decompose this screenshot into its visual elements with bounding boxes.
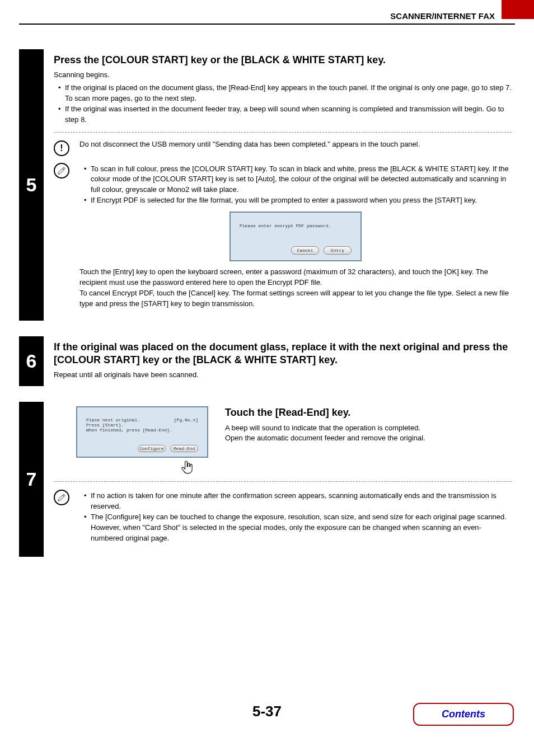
section-header: SCANNER/INTERNET FAX: [390, 11, 495, 21]
step-title: Press the [COLOUR START] key or the [BLA…: [54, 54, 512, 67]
step-bullets: If the original is placed on the documen…: [58, 83, 512, 125]
pencil-icon: [54, 490, 69, 505]
step-number: 7: [19, 402, 44, 557]
accent-bar: [502, 0, 534, 19]
step-5: 5 Press the [COLOUR START] key or the [B…: [19, 49, 515, 321]
step-number: 6: [19, 336, 44, 387]
panel-line: Press [Start].: [86, 422, 198, 428]
panel-line: When finished, press [Read-End].: [86, 428, 198, 433]
step-7: 7 Place next original. [Pg.No.x] Press […: [19, 402, 515, 557]
note-bullets: If no action is taken for one minute aft…: [84, 491, 512, 543]
caution-icon: !: [54, 140, 69, 156]
note-bullet: The [Configure] key can be touched to ch…: [84, 512, 512, 544]
note-bullet: To scan in full colour, press the [COLOU…: [84, 164, 512, 196]
note-bullet: If Encrypt PDF is selected for the file …: [84, 195, 512, 206]
step-bullet: If the original is placed on the documen…: [58, 83, 512, 104]
step-6: 6 If the original was placed on the docu…: [19, 336, 515, 387]
panel-page-indicator: [Pg.No.x]: [174, 417, 198, 422]
note-row: To scan in full colour, press the [COLOU…: [54, 162, 512, 309]
panel-message: Please enter encrypt PDF password.: [240, 223, 352, 229]
cancel-button[interactable]: Cancel: [291, 246, 319, 255]
step-bullet: If the original was inserted in the docu…: [58, 104, 512, 125]
note-row: If no action is taken for one minute aft…: [54, 489, 512, 546]
separator: [54, 132, 512, 133]
step-number: 5: [19, 49, 44, 321]
configure-button[interactable]: Configure: [138, 445, 166, 452]
touch-pointer-icon: [76, 460, 195, 475]
step-body: Open the automatic document feeder and r…: [225, 433, 512, 444]
step-title: Touch the [Read-End] key.: [225, 406, 512, 419]
readend-button[interactable]: Read-End: [170, 445, 198, 452]
panel-line: Place next original.: [86, 417, 140, 422]
readend-panel: Place next original. [Pg.No.x] Press [St…: [76, 406, 208, 458]
entry-button[interactable]: Entry: [324, 246, 352, 255]
step-body: Repeat until all originals have been sca…: [54, 370, 512, 381]
after-panel-text: Touch the [Entry] key to open the keyboa…: [79, 267, 512, 309]
note-bullet: If no action is taken for one minute aft…: [84, 491, 512, 512]
caution-text: Do not disconnect the USB memory until "…: [79, 139, 512, 150]
separator: [54, 481, 512, 482]
encrypt-pdf-panel: Please enter encrypt PDF password. Cance…: [229, 212, 362, 261]
header-rule: [19, 24, 515, 25]
step-title: If the original was placed on the docume…: [54, 341, 512, 367]
caution-row: ! Do not disconnect the USB memory until…: [54, 139, 512, 156]
step-intro: Scanning begins.: [54, 70, 512, 81]
step-body: A beep will sound to indicate that the o…: [225, 423, 512, 434]
note-bullets: To scan in full colour, press the [COLOU…: [84, 164, 512, 206]
contents-button[interactable]: Contents: [413, 703, 514, 726]
pencil-icon: [54, 163, 69, 179]
